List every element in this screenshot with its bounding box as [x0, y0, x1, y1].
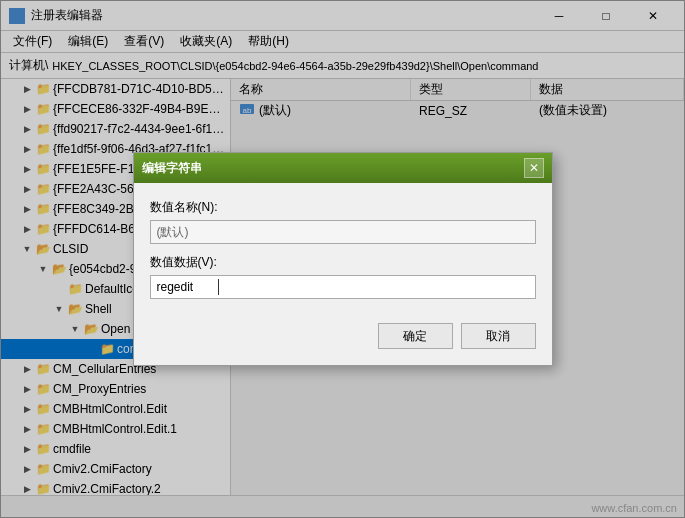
- cancel-button[interactable]: 取消: [461, 323, 536, 349]
- name-input[interactable]: [150, 220, 536, 244]
- dialog-close-button[interactable]: ✕: [524, 158, 544, 178]
- edit-string-dialog: 编辑字符串 ✕ 数值名称(N): 数值数据(V): 确定 取消: [133, 152, 553, 366]
- dialog-overlay: 编辑字符串 ✕ 数值名称(N): 数值数据(V): 确定 取消: [0, 0, 685, 518]
- data-label: 数值数据(V):: [150, 254, 536, 271]
- name-label: 数值名称(N):: [150, 199, 536, 216]
- data-field-group: 数值数据(V):: [150, 254, 536, 299]
- dialog-title: 编辑字符串: [142, 160, 524, 177]
- name-field-group: 数值名称(N):: [150, 199, 536, 244]
- dialog-buttons: 确定 取消: [134, 315, 552, 365]
- text-cursor: [218, 279, 219, 295]
- dialog-body: 数值名称(N): 数值数据(V):: [134, 183, 552, 315]
- ok-button[interactable]: 确定: [378, 323, 453, 349]
- dialog-title-bar: 编辑字符串 ✕: [134, 153, 552, 183]
- data-input[interactable]: [150, 275, 536, 299]
